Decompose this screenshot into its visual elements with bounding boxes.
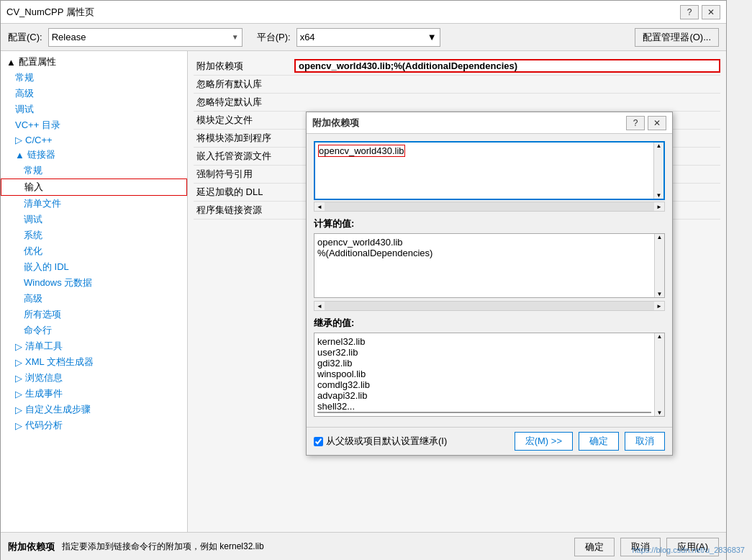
tree-item-linker-general[interactable]: 常规 [1,163,187,179]
calc-line-1: opencv_world430.lib [317,237,651,248]
inherited-line-winspool: winspool.lib [317,369,651,379]
inherit-checkbox[interactable] [314,437,323,446]
config-select[interactable]: Release ▼ [48,28,243,47]
tree-item-config-props[interactable]: ▲ 配置属性 [1,54,187,70]
tree-expand-icon: ▲ [15,150,24,161]
edit-input-area[interactable]: opencv_world430.lib [318,145,651,196]
tree-item-label: 所有选项 [24,308,61,321]
prop-name-add-module: 将模块添加到程序 [194,132,294,145]
config-manager-button[interactable]: 配置管理器(O)... [635,28,719,47]
tree-item-label: 调试 [24,213,42,226]
inherited-line-gdi: gdi32.lib [317,358,651,369]
edit-hscrollbar[interactable]: ◄ ► [314,202,665,212]
tree-item-all-options[interactable]: 所有选项 [1,307,187,322]
inherited-line-comdlg: comdlg32.lib [317,379,651,390]
tree-item-debug[interactable]: 调试 [1,101,187,117]
tree-expand-icon: ▷ [15,420,22,431]
calc-hscrollbar[interactable]: ◄ ► [314,301,665,311]
tree-item-linker-debug[interactable]: 调试 [1,212,187,227]
calc-scroll-up[interactable]: ▲ [657,234,663,240]
watermark: https://blog.csdn.net/u_2836837 [632,546,745,554]
inherited-line-user: user32.lib [317,347,651,358]
calc-vscrollbar[interactable]: ▲ ▼ [654,234,664,297]
inherited-scroll-up[interactable]: ▲ [657,333,663,340]
tree-item-label: 高级 [24,292,42,305]
dialog-cancel-button[interactable]: 取消 [625,432,665,451]
calc-line-2: %(AdditionalDependencies) [317,248,651,258]
dialog-body: opencv_world430.lib ▲ ▼ ◄ ► 计算的值: opencv… [307,134,672,427]
macro-button[interactable]: 宏(M) >> [515,432,573,451]
inherited-content: kernel32.lib user32.lib gdi32.lib winspo… [317,336,651,413]
tree-expand-icon: ▷ [15,389,22,399]
edit-scroll-up[interactable]: ▲ [656,143,662,149]
prop-name-delay-load: 延迟加载的 DLL [194,186,294,199]
tree-item-xml-doc[interactable]: ▷ XML 文档生成器 [1,354,187,370]
tree-expand-icon: ▷ [15,357,22,368]
config-label: 配置(C): [8,31,42,44]
platform-value: x64 [300,32,315,42]
bottom-bar: 附加依赖项 指定要添加到链接命令行的附加项，例如 kernel32.lib 确定… [1,532,726,560]
prop-row-ignore-specific: 忽略特定默认库 [194,94,720,112]
prop-name-embed-managed: 嵌入托管资源文件 [194,150,294,163]
platform-select[interactable]: x64 ▼ [296,28,440,47]
tree-expand-icon: ▷ [15,135,22,145]
dialog-close-button[interactable]: ✕ [648,116,666,130]
prop-value-additional-deps[interactable]: opencv_world430.lib;%(AdditionalDependen… [294,59,720,73]
inherited-line-shell: shell32... [317,401,651,413]
help-button[interactable]: ? [680,5,699,19]
inherited-vscrollbar[interactable]: ▲ ▼ [654,333,664,416]
tree-item-cmdline[interactable]: 命令行 [1,322,187,338]
ok-button-main[interactable]: 确定 [574,538,615,556]
tree-item-cpp[interactable]: ▷ C/C++ [1,133,187,147]
tree-item-general[interactable]: 常规 [1,70,187,86]
calc-hscroll-left[interactable]: ◄ [314,303,325,310]
dialog-title: 附加依赖项 [312,117,359,130]
tree-expand-icon: ▲ [6,57,16,68]
platform-dropdown-arrow: ▼ [427,32,437,42]
tree-item-label: 链接器 [27,148,55,161]
tree-item-linker-input[interactable]: 输入 [1,179,187,196]
tree-item-label: 命令行 [24,324,52,337]
calc-hscroll-right[interactable]: ► [654,303,664,310]
tree-expand-icon: ▷ [15,373,22,384]
tree-item-code-analysis[interactable]: ▷ 代码分析 [1,417,187,433]
tree-item-linker-advanced[interactable]: 高级 [1,291,187,307]
calc-hscroll-track [325,302,654,310]
dialog-ok-button[interactable]: 确定 [579,432,619,451]
tree-item-label: 生成事件 [25,387,63,400]
tree-item-advanced[interactable]: 高级 [1,86,187,101]
tree-item-optimize[interactable]: 优化 [1,243,187,259]
inherited-line-advapi: advapi32.lib [317,390,651,401]
close-button[interactable]: ✕ [702,5,720,19]
edit-highlighted-text: opencv_world430.lib [318,145,405,157]
dialog-help-button[interactable]: ? [626,116,645,130]
tree-expand-icon: ▷ [15,341,22,352]
tree-item-embedded-idl[interactable]: 嵌入的 IDL [1,259,187,275]
tree-item-system[interactable]: 系统 [1,227,187,243]
prop-name-ignore-all: 忽略所有默认库 [194,78,294,91]
tree-item-custom-build[interactable]: ▷ 自定义生成步骤 [1,402,187,417]
tree-item-label: Windows 元数据 [24,276,92,289]
edit-hscroll-left[interactable]: ◄ [314,204,325,210]
tree-item-manifest[interactable]: 清单文件 [1,196,187,212]
tree-expand-icon: ▷ [15,405,22,415]
tree-item-browse-info[interactable]: ▷ 浏览信息 [1,370,187,386]
title-controls: ? ✕ [680,5,720,19]
tree-item-linker[interactable]: ▲ 链接器 [1,147,187,163]
edit-vscrollbar[interactable]: ▲ ▼ [653,143,663,199]
edit-scroll-down[interactable]: ▼ [656,192,662,199]
platform-label: 平台(P): [257,31,291,44]
calc-scroll-down[interactable]: ▼ [657,291,663,297]
config-value: Release [52,32,232,42]
tree-item-label: C/C++ [25,135,53,145]
tree-item-windows-meta[interactable]: Windows 元数据 [1,275,187,291]
tree-item-manifest-tool[interactable]: ▷ 清单工具 [1,338,187,354]
tree-item-label: 代码分析 [25,419,63,432]
inherited-scroll-down[interactable]: ▼ [657,410,663,416]
edit-hscroll-right[interactable]: ► [654,204,664,210]
dialog-title-controls: ? ✕ [626,116,666,130]
tree-item-label: 配置属性 [19,55,56,68]
tree-item-label: 调试 [15,103,34,116]
tree-item-vc-dirs[interactable]: VC++ 目录 [1,117,187,133]
tree-item-build-events[interactable]: ▷ 生成事件 [1,386,187,402]
